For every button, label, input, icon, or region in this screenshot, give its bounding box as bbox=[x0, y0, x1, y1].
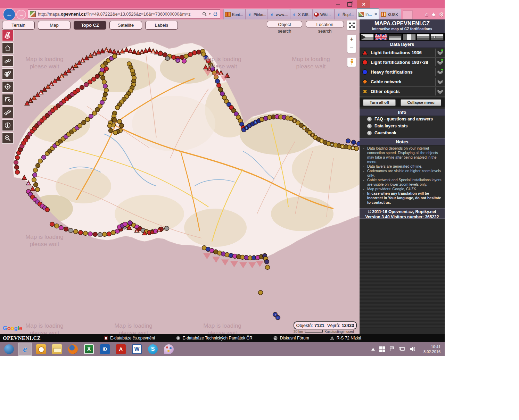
opevneni-logo[interactable]: OPEVNENI.CZ bbox=[3, 335, 104, 341]
tab-label: KÜSK bbox=[388, 12, 399, 17]
language-flag-icon[interactable] bbox=[389, 346, 395, 352]
radar-tool-button[interactable] bbox=[2, 94, 14, 106]
collapse-menu-button[interactable]: Collapse menu bbox=[401, 99, 441, 106]
target-tool-button[interactable] bbox=[2, 81, 14, 93]
info-item-guestbook[interactable]: iGuestbook bbox=[360, 129, 445, 136]
tab-label: www.... bbox=[276, 12, 288, 17]
tab-ksk[interactable]: KÜSK bbox=[379, 9, 401, 19]
terms-link[interactable]: Kasutustingimused bbox=[324, 330, 354, 334]
favorites-star-icon[interactable]: ★ bbox=[431, 11, 436, 18]
layer-expand-button[interactable] bbox=[435, 78, 445, 86]
forward-button[interactable]: → bbox=[16, 10, 26, 19]
layer-label: Light fortifications 1937-38 bbox=[371, 60, 435, 65]
pegman-icon bbox=[350, 59, 354, 66]
layer-expand-button[interactable] bbox=[435, 87, 445, 95]
ie-icon: e bbox=[247, 12, 252, 17]
flag-fr[interactable] bbox=[403, 34, 416, 40]
layer-expand-button[interactable] bbox=[435, 49, 445, 57]
close-button[interactable]: ✕ bbox=[357, 0, 370, 8]
taskbar-app-excel[interactable]: X bbox=[82, 343, 96, 356]
taskbar-app-paint[interactable] bbox=[162, 343, 176, 356]
map-viewport[interactable]: AAAAAAAAAAAAAAIIIIIIIIIIIIIIIIBAA2II Map… bbox=[0, 19, 360, 334]
layer-label: Light fortifications 1936 bbox=[371, 50, 435, 55]
taskbar-app-skype[interactable]: S bbox=[146, 343, 160, 356]
map-icon bbox=[359, 12, 364, 17]
info-item-data[interactable]: iData layers stats bbox=[360, 123, 445, 129]
back-button[interactable]: ← bbox=[3, 8, 16, 21]
layer-expand-button[interactable] bbox=[435, 58, 445, 66]
turn-all-off-button[interactable]: Turn all off bbox=[363, 99, 396, 106]
flag-de[interactable] bbox=[388, 34, 402, 40]
svg-text:A: A bbox=[129, 50, 131, 53]
note-item: -Codenames are visible on higher zoom le… bbox=[363, 169, 442, 178]
excel-icon: X bbox=[84, 344, 94, 354]
zoom-in-button[interactable]: + bbox=[347, 35, 356, 44]
address-bar[interactable]: http://mapa.opevneni.cz/?n=49.87222&e=13… bbox=[28, 9, 220, 19]
map-type-labels[interactable]: Labels bbox=[145, 21, 178, 30]
taskbar-app-internet-explorer[interactable]: e bbox=[18, 343, 32, 356]
refresh-icon[interactable] bbox=[213, 12, 218, 17]
taskbar-app-firefox[interactable] bbox=[66, 343, 80, 356]
taskbar-app-start[interactable] bbox=[2, 343, 16, 356]
map-type-topo-cz[interactable]: Topo CZ bbox=[74, 21, 106, 30]
tab-xgis[interactable]: eX-GIS... bbox=[290, 9, 312, 19]
site-link-emblem[interactable]: E-databáze Technických Památek ČR bbox=[176, 336, 252, 341]
site-link-forum[interactable]: Diskusní Fórum bbox=[273, 336, 309, 341]
restore-button[interactable] bbox=[345, 1, 354, 8]
taskbar-app-digidoc[interactable]: iD bbox=[98, 343, 112, 356]
flag-cz[interactable] bbox=[361, 34, 374, 40]
map-type-map[interactable]: Map bbox=[38, 21, 71, 30]
tab-in[interactable]: In...✕ bbox=[357, 8, 379, 19]
network-icon[interactable] bbox=[399, 347, 405, 352]
taskbar-app-word[interactable]: W bbox=[130, 343, 144, 356]
clock[interactable]: 10:41 8.02.2016 bbox=[420, 344, 440, 354]
layer-expand-button[interactable] bbox=[435, 68, 445, 76]
tab-close-icon[interactable]: ✕ bbox=[374, 12, 377, 16]
svg-text:II: II bbox=[312, 134, 313, 137]
new-tab-button[interactable] bbox=[403, 10, 413, 19]
globe-pin-tool-button[interactable] bbox=[2, 68, 14, 80]
site-link-object[interactable]: 72R-S 72 Nízká bbox=[330, 336, 361, 341]
link-tool-button[interactable] bbox=[2, 55, 14, 67]
url-text[interactable]: http://mapa.opevneni.cz/?n=49.87222&e=13… bbox=[38, 12, 200, 17]
fullscreen-button[interactable] bbox=[347, 20, 356, 30]
tab-piirko[interactable]: ePiirko... bbox=[246, 9, 268, 19]
tile-loading-text: Map is loadingplease wait bbox=[95, 322, 172, 334]
tab-bar: Kont...ePiirko...ewww....eX-GIS...Wiki..… bbox=[223, 8, 401, 19]
flag-gb[interactable] bbox=[374, 34, 388, 40]
link-icon bbox=[4, 57, 11, 65]
zoom-search-tool-button[interactable] bbox=[2, 132, 14, 144]
street-view-pegman-button[interactable] bbox=[347, 58, 356, 67]
info-item-faq[interactable]: iFAQ - questions and answers bbox=[360, 116, 445, 123]
volume-icon[interactable] bbox=[410, 346, 416, 352]
tab-www[interactable]: ewww.... bbox=[268, 9, 290, 19]
map-type-terrain[interactable]: Terrain bbox=[2, 21, 35, 30]
zoom-out-button[interactable]: − bbox=[347, 44, 356, 53]
tray-expand-icon[interactable] bbox=[371, 348, 375, 351]
site-link-bunker[interactable]: E-databáze čs.opevnění bbox=[104, 336, 155, 341]
settings-gear-icon[interactable]: ⚙ bbox=[439, 11, 444, 18]
location-search-button[interactable]: Location search bbox=[306, 21, 344, 27]
info-tool-button[interactable] bbox=[2, 119, 14, 131]
flag-ru[interactable] bbox=[417, 34, 430, 40]
taskbar-app-adobe-reader[interactable]: A bbox=[114, 343, 128, 356]
object-search-button[interactable]: Object search bbox=[267, 21, 302, 27]
search-icon[interactable] bbox=[202, 12, 207, 16]
map-type-satellite[interactable]: Satellite bbox=[109, 21, 142, 30]
action-center-windows-icon[interactable] bbox=[379, 346, 385, 352]
tab-kont[interactable]: Kont... bbox=[223, 9, 246, 19]
flag-sk[interactable] bbox=[430, 34, 444, 40]
svg-text:I: I bbox=[246, 126, 247, 129]
taskbar-app-file-explorer[interactable] bbox=[50, 343, 64, 356]
home-tool-button[interactable] bbox=[2, 42, 14, 54]
tab-wiki[interactable]: Wiki... bbox=[312, 9, 335, 19]
home-icon[interactable]: ⌂ bbox=[425, 11, 428, 18]
layer-visibility-tool-button[interactable] bbox=[2, 30, 14, 41]
tab-label: Wiki... bbox=[320, 12, 333, 17]
taskbar-app-outlook[interactable] bbox=[34, 343, 48, 356]
circle-blue-icon bbox=[362, 69, 368, 75]
ruler-tool-button[interactable] bbox=[2, 107, 14, 118]
minimize-button[interactable] bbox=[333, 1, 343, 8]
search-dropdown-icon[interactable]: ▼ bbox=[208, 12, 211, 16]
tab-op[interactable]: eŘopí... bbox=[335, 9, 357, 19]
